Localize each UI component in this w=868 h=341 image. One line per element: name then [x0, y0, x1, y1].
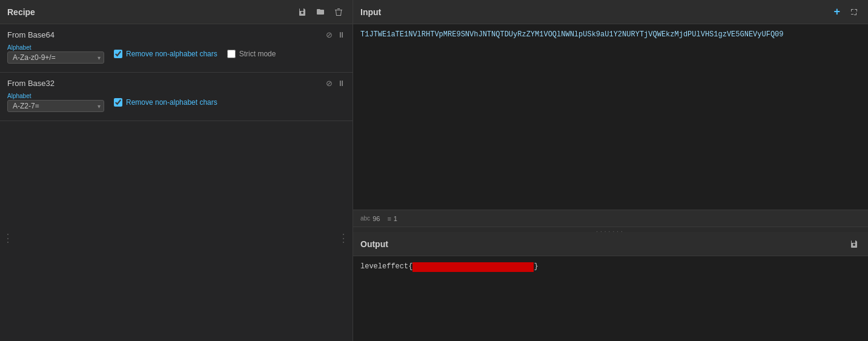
output-text-before: leveleffect{	[360, 261, 412, 273]
operation-from-base64-title: From Base64	[7, 30, 55, 39]
recipe-header-icons	[296, 7, 345, 18]
alphabet-select-base64[interactable]: A-Za-z0-9+/= A-Za-z0-9-_=	[7, 51, 104, 64]
alphabet-label-base64: Alphabet	[7, 44, 104, 51]
strict-mode-checkbox-base64[interactable]	[227, 50, 236, 58]
input-title: Input	[360, 7, 381, 17]
operation-from-base64-controls: ⊘ ⏸	[326, 30, 345, 39]
alphabet-select-wrapper-base64: A-Za-z0-9+/= A-Za-z0-9-_=	[7, 51, 104, 64]
operation-from-base32-title: From Base32	[7, 79, 55, 88]
input-line-count: 1	[394, 215, 397, 222]
remove-non-alphabet-label-base64[interactable]: Remove non-alphabet chars	[114, 50, 217, 58]
recipe-trash-button[interactable]	[332, 7, 345, 18]
alphabet-group-base64: Alphabet A-Za-z0-9+/= A-Za-z0-9-_=	[7, 44, 104, 64]
input-header: Input +	[353, 0, 868, 24]
input-header-icons: +	[831, 4, 861, 19]
remove-non-alphabet-label-base32[interactable]: Remove non-alphabet chars	[114, 98, 217, 107]
operation-from-base32-disable-icon[interactable]: ⊘	[326, 79, 333, 88]
operation-from-base64: From Base64 ⊘ ⏸ Alphabet A-Za-z0-9+/= A-…	[0, 24, 353, 73]
operation-from-base32-controls-row: Alphabet A-Z2-7= Remove non-alphabet cha…	[7, 93, 345, 112]
remove-non-alphabet-checkbox-base64[interactable]	[114, 50, 122, 58]
input-footer: abc 96 ≡ 1	[353, 210, 868, 227]
output-text-after: }	[534, 261, 538, 273]
operation-from-base64-pause-icon[interactable]: ⏸	[337, 30, 345, 39]
output-header-icons	[847, 239, 861, 250]
input-section: Input + T1JTWE1aTE1NVlRHTVpMRE9SNVhJNTNQ…	[353, 0, 868, 227]
remove-non-alphabet-text-base32: Remove non-alphabet chars	[126, 98, 217, 107]
input-char-count-badge: abc 96	[360, 215, 380, 222]
alphabet-label-base32: Alphabet	[7, 93, 104, 99]
output-title: Output	[360, 239, 388, 249]
input-char-count: 96	[373, 215, 380, 222]
right-panel: Input + T1JTWE1aTE1NVlRHTVpMRE9SNVhJNTNQ…	[353, 0, 868, 341]
remove-non-alphabet-text-base64: Remove non-alphabet chars	[126, 50, 217, 58]
recipe-header: Recipe	[0, 0, 353, 24]
alphabet-select-wrapper-base32: A-Z2-7=	[7, 100, 104, 112]
alphabet-select-base32[interactable]: A-Z2-7=	[7, 100, 104, 112]
strict-mode-text-base64: Strict mode	[239, 50, 276, 58]
operation-from-base32-controls: ⊘ ⏸	[326, 79, 345, 88]
operation-from-base64-header: From Base64 ⊘ ⏸	[7, 30, 345, 39]
recipe-save-button[interactable]	[296, 7, 309, 18]
left-dots-right: ⋮	[338, 231, 350, 245]
operation-from-base32-header: From Base32 ⊘ ⏸	[7, 79, 345, 88]
abc-label: abc	[360, 215, 370, 222]
recipe-folder-button[interactable]	[314, 7, 327, 18]
input-line-count-badge: ≡ 1	[387, 215, 397, 222]
output-section: Output leveleffect{ }	[353, 232, 868, 341]
operation-from-base64-controls-row: Alphabet A-Za-z0-9+/= A-Za-z0-9-_= Remov…	[7, 44, 345, 64]
left-dots-left: ⋮	[2, 231, 15, 245]
output-content-area: leveleffect{ }	[353, 256, 868, 341]
output-header: Output	[353, 232, 868, 256]
input-add-button[interactable]: +	[831, 4, 843, 19]
output-highlight	[412, 262, 534, 272]
resize-handle[interactable]: .......	[353, 227, 868, 232]
input-content-area[interactable]: T1JTWE1aTE1NVlRHTVpMRE9SNVhJNTNQTDUyRzZY…	[353, 24, 868, 210]
remove-non-alphabet-checkbox-base32[interactable]	[114, 98, 122, 107]
output-save-button[interactable]	[847, 239, 861, 250]
operation-from-base32: From Base32 ⊘ ⏸ Alphabet A-Z2-7=	[0, 73, 353, 121]
input-text: T1JTWE1aTE1NVlRHTVpMRE9SNVhJNTNQTDUyRzZY…	[360, 30, 784, 39]
operation-from-base64-disable-icon[interactable]: ⊘	[326, 30, 333, 39]
output-line: leveleffect{ }	[360, 261, 861, 273]
alphabet-group-base32: Alphabet A-Z2-7=	[7, 93, 104, 112]
lines-icon: ≡	[387, 215, 391, 222]
operation-from-base32-pause-icon[interactable]: ⏸	[337, 79, 345, 88]
recipe-title: Recipe	[7, 7, 35, 17]
recipe-empty-area: ⋮ ⋮	[0, 121, 353, 341]
strict-mode-label-base64[interactable]: Strict mode	[227, 50, 276, 58]
recipe-panel: Recipe From Base64 ⊘ ⏸	[0, 0, 353, 341]
input-expand-button[interactable]	[847, 7, 861, 18]
